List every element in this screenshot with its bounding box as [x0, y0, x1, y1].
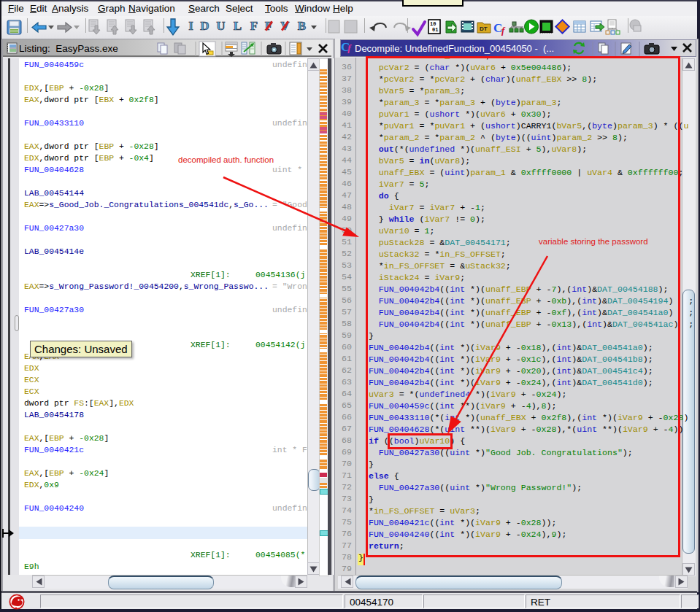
- svg-text:f: f: [501, 25, 506, 36]
- svg-text:10: 10: [430, 21, 436, 27]
- svg-text:DT: DT: [480, 26, 488, 32]
- svg-text:01: 01: [432, 27, 438, 33]
